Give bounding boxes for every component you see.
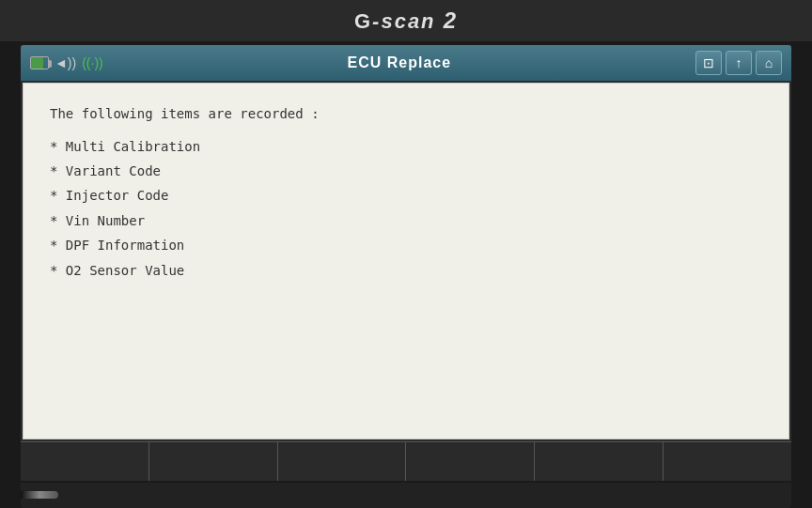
wifi-icon: ((·)) xyxy=(82,55,103,70)
tab-5[interactable] xyxy=(535,442,664,481)
status-icons: ◄)) ((·)) xyxy=(30,55,103,70)
header-buttons: ⊡ ↑ ⌂ xyxy=(695,51,782,75)
list-item-vin-number: * Vin Number xyxy=(50,210,762,231)
bottom-tabs xyxy=(21,441,791,481)
screen-capture-button[interactable]: ⊡ xyxy=(695,51,722,75)
speaker-icon: ◄)) xyxy=(55,55,76,70)
list-item-dpf-information: * DPF Information xyxy=(50,235,762,255)
tab-3[interactable] xyxy=(278,442,407,481)
battery-icon xyxy=(30,56,49,69)
app-logo: G-scan 2 xyxy=(354,8,458,34)
device-bottom xyxy=(21,483,791,508)
tab-2[interactable] xyxy=(149,442,278,481)
top-bar: G-scan 2 xyxy=(0,0,812,41)
stylus-pen xyxy=(21,491,58,499)
header-bar: ◄)) ((·)) ECU Replace ⊡ ↑ ⌂ xyxy=(21,45,791,81)
screen-title: ECU Replace xyxy=(103,54,695,71)
tab-6[interactable] xyxy=(664,442,791,481)
home-button[interactable]: ⌂ xyxy=(756,51,782,75)
list-item-o2-sensor-value: * O2 Sensor Value xyxy=(50,260,762,281)
back-button[interactable]: ↑ xyxy=(726,51,752,75)
content-area: The following items are recorded : * Mul… xyxy=(23,83,789,439)
tab-4[interactable] xyxy=(406,442,535,481)
list-item-multi-calibration: * Multi Calibration xyxy=(50,136,762,157)
list-item-injector-code: * Injector Code xyxy=(50,185,762,206)
items-list: * Multi Calibration * Variant Code * Inj… xyxy=(50,136,762,281)
tab-1[interactable] xyxy=(21,442,149,481)
device-frame: ◄)) ((·)) ECU Replace ⊡ ↑ ⌂ The followin… xyxy=(21,45,791,481)
list-item-variant-code: * Variant Code xyxy=(50,161,762,181)
content-header: The following items are recorded : xyxy=(50,106,762,121)
